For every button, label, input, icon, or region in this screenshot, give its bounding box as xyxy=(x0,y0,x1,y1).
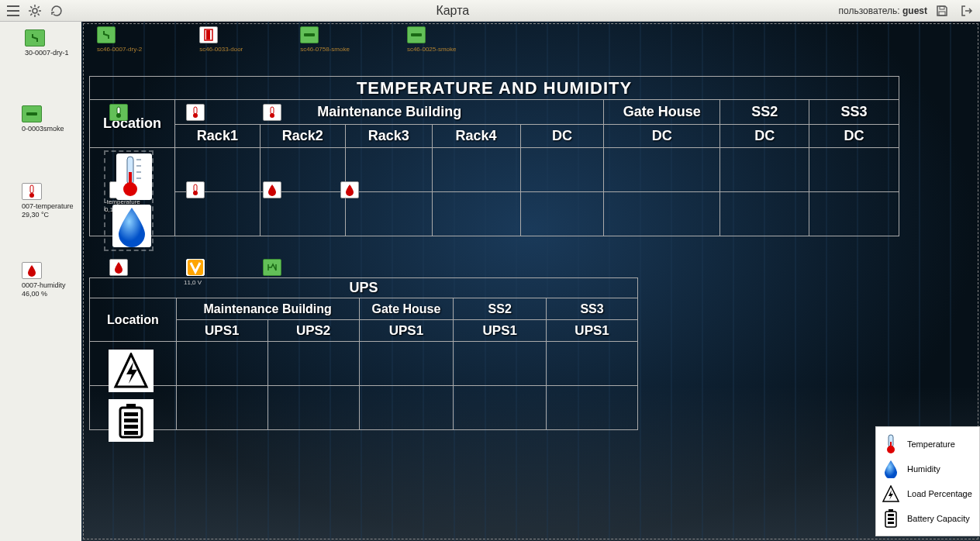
sidebar-sensor-smoke[interactable]: 0-0003smoke xyxy=(22,105,64,133)
thermometer-icon xyxy=(192,106,199,119)
t2-sensor-drop[interactable] xyxy=(109,259,128,277)
sidebar-sensor-temperature[interactable]: 007-temperature 29,30 °C xyxy=(22,183,74,219)
col-ss2-ups1: UPS1 xyxy=(454,320,547,342)
dry-contact-icon xyxy=(101,29,112,40)
settings-button[interactable] xyxy=(25,2,45,20)
col-ups2: UPS2 xyxy=(267,320,359,342)
location-load-icon xyxy=(109,350,154,392)
svg-point-15 xyxy=(270,113,274,118)
table1-group-ss3: SS3 xyxy=(809,100,899,125)
svg-rect-28 xyxy=(124,412,138,416)
thermometer-icon xyxy=(115,106,122,119)
svg-point-0 xyxy=(33,9,37,13)
temp-humidity-table: TEMPERATURE AND HUMIDITY Location Mainte… xyxy=(89,76,899,236)
door-icon xyxy=(203,29,214,41)
refresh-button[interactable] xyxy=(47,2,67,20)
t1-sensor-rack2-drop[interactable] xyxy=(263,181,281,199)
drop-icon xyxy=(345,184,354,196)
svg-point-19 xyxy=(193,191,198,195)
legend-temperature: Temperature xyxy=(882,432,973,457)
topbar: Карта пользователь: guest xyxy=(0,0,980,22)
sensor-smoke2[interactable]: sc46-0025-smoke xyxy=(407,26,457,53)
save-button[interactable] xyxy=(932,2,952,20)
drop-icon xyxy=(267,184,277,196)
logout-button[interactable] xyxy=(957,2,977,20)
hamburger-icon xyxy=(7,5,19,16)
col-mb-dc: DC xyxy=(520,125,604,148)
svg-rect-18 xyxy=(194,184,197,191)
sidebar: 30-0007-dry-1 0-0003smoke 007-temperatur… xyxy=(0,22,81,541)
table2-loc-header: Location xyxy=(90,298,177,342)
legend-humidity: Humidity xyxy=(882,457,973,481)
thermometer-icon xyxy=(192,184,199,196)
logout-icon xyxy=(961,5,973,17)
table2-group-ss2: SS2 xyxy=(454,298,547,320)
drop-icon xyxy=(27,264,36,277)
table2-group-ss3: SS3 xyxy=(547,298,638,320)
table1-group-gh: Gate House xyxy=(604,100,720,125)
svg-rect-38 xyxy=(888,518,894,520)
t1-sensor-rack1-temp[interactable] xyxy=(186,104,205,122)
dry-contact-icon xyxy=(29,33,40,43)
col-ss3-ups1: UPS1 xyxy=(547,320,638,342)
svg-rect-23 xyxy=(129,172,132,188)
svg-rect-4 xyxy=(30,185,33,193)
svg-rect-31 xyxy=(124,431,138,435)
location-battery-icon xyxy=(109,399,154,442)
t2-sensor-switch[interactable] xyxy=(263,259,281,277)
table1-group-mb: Maintenance Building xyxy=(174,100,603,125)
svg-rect-10 xyxy=(117,107,120,114)
battery-icon xyxy=(885,509,897,528)
svg-point-11 xyxy=(116,113,121,118)
voltage-icon xyxy=(188,260,203,275)
col-gh-ups1: UPS1 xyxy=(359,320,454,342)
svg-rect-34 xyxy=(890,442,892,450)
col-ss3-dc: DC xyxy=(809,125,899,148)
sidebar-sensor-dry1[interactable]: 30-0007-dry-1 xyxy=(25,29,69,57)
col-rack2: Rack2 xyxy=(260,125,345,148)
legend-box: Temperature Humidity Load Percentage Bat… xyxy=(875,426,980,536)
legend-load: Load Percentage xyxy=(882,481,973,506)
legend-battery: Battery Capacity xyxy=(882,506,973,531)
sidebar-sensor-humidity[interactable]: 0007-humidity 46,00 % xyxy=(22,262,66,298)
col-rack1: Rack1 xyxy=(174,125,260,148)
svg-rect-12 xyxy=(194,107,197,114)
bolt-triangle-icon xyxy=(882,485,899,502)
svg-rect-7 xyxy=(206,30,210,40)
svg-point-13 xyxy=(193,113,198,118)
drop-icon xyxy=(114,261,123,274)
col-rack3: Rack3 xyxy=(345,125,432,148)
sensor-dry2[interactable]: sc46-0007-dry-2 xyxy=(97,26,142,53)
smoke-icon xyxy=(303,31,316,39)
drop-icon xyxy=(883,460,899,478)
top-sensors-row: sc46-0007-dry-2 sc46-0033-door sc46-0758… xyxy=(97,26,456,53)
table1-group-ss2: SS2 xyxy=(720,100,809,125)
t2-sensor-voltage[interactable] xyxy=(186,259,205,278)
sensor-door[interactable]: sc46-0033-door xyxy=(199,26,243,53)
thermometer-icon xyxy=(885,434,897,454)
switch-icon xyxy=(266,261,278,274)
t1-sensor-loc-temp[interactable] xyxy=(109,104,128,122)
table2-group-mb: Maintenance Building xyxy=(176,298,359,320)
map-canvas[interactable]: sc46-0007-dry-2 sc46-0033-door sc46-0758… xyxy=(81,22,980,541)
refresh-icon xyxy=(50,5,63,17)
col-ss2-dc: DC xyxy=(720,125,809,148)
user-label: пользователь: guest xyxy=(839,5,927,16)
thermometer-icon xyxy=(28,184,36,198)
page-title: Карта xyxy=(67,4,839,18)
svg-rect-9 xyxy=(411,33,422,36)
table1-loc-header: Location xyxy=(90,100,175,148)
t1-sensor-rack1-temp2[interactable] xyxy=(186,181,205,199)
menu-button[interactable] xyxy=(3,2,23,20)
thermometer-icon xyxy=(268,106,276,119)
col-gh-dc: DC xyxy=(604,125,720,148)
svg-rect-14 xyxy=(271,107,274,114)
save-icon xyxy=(936,5,948,17)
t1-sensor-rack2-temp[interactable] xyxy=(263,104,281,122)
location-thermometer-icon xyxy=(116,153,152,200)
sensor-smoke1[interactable]: sc46-0758-smoke xyxy=(300,26,350,53)
location-humidity-icon xyxy=(112,205,151,247)
t1-sensor-rack3-drop[interactable] xyxy=(340,181,359,199)
table2-title: UPS xyxy=(90,278,638,298)
svg-rect-8 xyxy=(304,33,315,36)
